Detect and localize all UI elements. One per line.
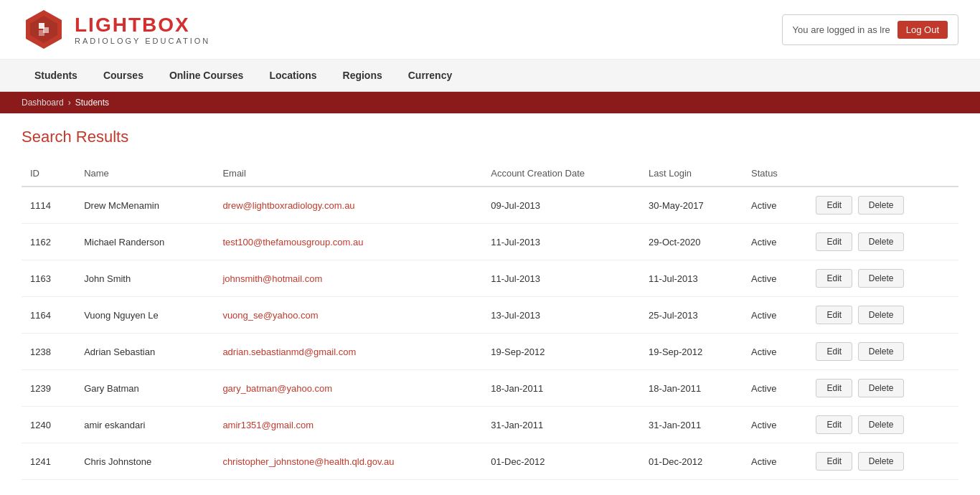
delete-button[interactable]: Delete — [858, 379, 905, 397]
edit-button[interactable]: Edit — [816, 196, 852, 214]
svg-rect-4 — [39, 30, 44, 36]
cell-status: Active — [743, 334, 804, 370]
nav-item-regions[interactable]: Regions — [330, 60, 395, 91]
table-row: 1164 Vuong Nguyen Le vuong_se@yahoo.com … — [22, 297, 958, 334]
cell-status: Active — [743, 407, 804, 443]
cell-last-login: 19-Sep-2012 — [640, 334, 743, 370]
table-row: 1238 Adrian Sebastian adrian.sebastianmd… — [22, 334, 958, 370]
page-title: Search Results — [22, 128, 958, 146]
logo-area: LIGHTBOX RADIOLOGY EDUCATION — [22, 7, 210, 52]
cell-status: Active — [743, 224, 804, 260]
auth-area: You are logged in as lre Log Out — [782, 14, 958, 45]
cell-name: Gary Batman — [75, 370, 214, 407]
edit-button[interactable]: Edit — [816, 415, 852, 434]
cell-last-login: 11-Jul-2013 — [640, 260, 743, 297]
table-row: 1240 amir eskandari amir1351@gmail.com 3… — [22, 407, 958, 443]
email-link[interactable]: test100@thefamousgroup.com.au — [222, 237, 363, 248]
col-actions — [804, 161, 958, 187]
cell-email: vuong_se@yahoo.com — [214, 297, 482, 334]
nav-item-courses[interactable]: Courses — [90, 60, 156, 91]
delete-button[interactable]: Delete — [858, 269, 905, 288]
breadcrumb: Dashboard › Students — [0, 92, 980, 113]
nav-item-currency[interactable]: Currency — [395, 60, 465, 91]
email-link[interactable]: gary_batman@yahoo.com — [222, 383, 332, 394]
cell-id: 1240 — [22, 407, 75, 443]
email-link[interactable]: johnsmith@hotmail.com — [222, 273, 322, 284]
cell-account-creation-date: 11-Jul-2013 — [482, 260, 640, 297]
cell-account-creation-date: 18-Jan-2011 — [482, 370, 640, 407]
col-id: ID — [22, 161, 75, 187]
email-link[interactable]: amir1351@gmail.com — [222, 420, 314, 430]
breadcrumb-current: Students — [75, 98, 109, 108]
email-link[interactable]: christopher_johnstone@health.qld.gov.au — [222, 456, 394, 467]
email-link[interactable]: vuong_se@yahoo.com — [222, 310, 318, 321]
nav-item-locations[interactable]: Locations — [256, 60, 329, 91]
cell-email: gary_batman@yahoo.com — [214, 370, 482, 407]
cell-last-login: 31-Jan-2011 — [640, 407, 743, 443]
cell-actions: Edit Delete — [804, 187, 958, 224]
delete-button[interactable]: Delete — [858, 415, 905, 434]
logo-icon — [22, 7, 66, 52]
cell-status: Active — [743, 297, 804, 334]
edit-button[interactable]: Edit — [816, 269, 852, 288]
edit-button[interactable]: Edit — [816, 342, 852, 361]
edit-button[interactable]: Edit — [816, 379, 852, 397]
delete-button[interactable]: Delete — [858, 306, 905, 324]
delete-button[interactable]: Delete — [858, 232, 905, 251]
col-account-creation-date: Account Creation Date — [482, 161, 640, 187]
col-name: Name — [75, 161, 214, 187]
col-email: Email — [214, 161, 482, 187]
email-link[interactable]: adrian.sebastianmd@gmail.com — [222, 346, 356, 357]
cell-id: 1163 — [22, 260, 75, 297]
edit-button[interactable]: Edit — [816, 452, 852, 471]
cell-status: Active — [743, 443, 804, 480]
breadcrumb-dashboard[interactable]: Dashboard — [22, 98, 64, 108]
cell-name: Chris Johnstone — [75, 443, 214, 480]
cell-id: 1239 — [22, 370, 75, 407]
logout-button[interactable]: Log Out — [897, 21, 948, 39]
cell-actions: Edit Delete — [804, 297, 958, 334]
cell-name: Vuong Nguyen Le — [75, 297, 214, 334]
cell-id: 1238 — [22, 334, 75, 370]
cell-account-creation-date: 13-Jul-2013 — [482, 297, 640, 334]
cell-account-creation-date: 01-Dec-2012 — [482, 443, 640, 480]
cell-email: drew@lightboxradiology.com.au — [214, 187, 482, 224]
cell-name: Drew McMenamin — [75, 187, 214, 224]
cell-last-login: 18-Jan-2011 — [640, 370, 743, 407]
main-nav: Students Courses Online Courses Location… — [0, 60, 980, 92]
cell-account-creation-date: 19-Sep-2012 — [482, 334, 640, 370]
delete-button[interactable]: Delete — [858, 342, 905, 361]
delete-button[interactable]: Delete — [858, 196, 905, 214]
cell-actions: Edit Delete — [804, 224, 958, 260]
logo-title: LIGHTBOX — [75, 14, 210, 37]
cell-status: Active — [743, 370, 804, 407]
results-table: ID Name Email Account Creation Date Last… — [22, 161, 958, 480]
table-row: 1162 Michael Randerson test100@thefamous… — [22, 224, 958, 260]
cell-actions: Edit Delete — [804, 334, 958, 370]
edit-button[interactable]: Edit — [816, 306, 852, 324]
cell-id: 1114 — [22, 187, 75, 224]
cell-last-login: 30-May-2017 — [640, 187, 743, 224]
nav-item-online-courses[interactable]: Online Courses — [156, 60, 256, 91]
cell-account-creation-date: 09-Jul-2013 — [482, 187, 640, 224]
cell-id: 1162 — [22, 224, 75, 260]
logo-subtitle: RADIOLOGY EDUCATION — [75, 37, 210, 45]
cell-account-creation-date: 31-Jan-2011 — [482, 407, 640, 443]
table-row: 1239 Gary Batman gary_batman@yahoo.com 1… — [22, 370, 958, 407]
delete-button[interactable]: Delete — [858, 452, 905, 471]
table-row: 1241 Chris Johnstone christopher_johnsto… — [22, 443, 958, 480]
cell-id: 1164 — [22, 297, 75, 334]
cell-account-creation-date: 11-Jul-2013 — [482, 224, 640, 260]
edit-button[interactable]: Edit — [816, 232, 852, 251]
email-link[interactable]: drew@lightboxradiology.com.au — [222, 200, 354, 211]
cell-actions: Edit Delete — [804, 370, 958, 407]
cell-email: amir1351@gmail.com — [214, 407, 482, 443]
cell-actions: Edit Delete — [804, 443, 958, 480]
nav-item-students[interactable]: Students — [22, 60, 90, 91]
table-header-row: ID Name Email Account Creation Date Last… — [22, 161, 958, 187]
cell-status: Active — [743, 187, 804, 224]
col-status: Status — [743, 161, 804, 187]
cell-actions: Edit Delete — [804, 407, 958, 443]
col-last-login: Last Login — [640, 161, 743, 187]
cell-name: amir eskandari — [75, 407, 214, 443]
